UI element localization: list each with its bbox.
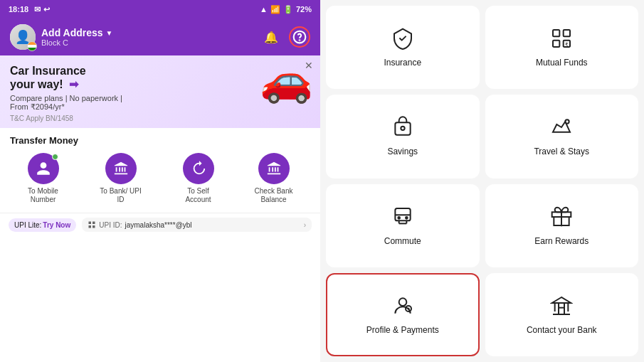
online-status-dot [52, 154, 58, 160]
car-illustration: 🚗 [260, 59, 313, 102]
service-card-insurance[interactable]: Insurance [326, 6, 480, 89]
dropdown-icon: ▼ [106, 29, 113, 37]
transfer-self-label: To SelfAccount [185, 187, 211, 204]
transfer-section: Transfer Money To MobileNumber To Bank/ … [0, 128, 320, 211]
service-card-mutual-funds[interactable]: ₹ Mutual Funds [485, 6, 639, 89]
upi-id-chevron: › [304, 221, 306, 229]
svg-point-17 [398, 298, 406, 306]
wifi-icon: ▲ [260, 5, 268, 14]
svg-rect-7 [564, 30, 570, 36]
contact-bank-label: Contact your Bank [527, 325, 597, 335]
service-card-earn-rewards[interactable]: Earn Rewards [485, 184, 639, 267]
time-display: 18:18 [9, 5, 28, 14]
battery-icon: 🔋 [283, 5, 293, 14]
transfer-to-bank[interactable]: To Bank/ UPI ID [100, 153, 142, 204]
insurance-label: Insurance [384, 58, 421, 68]
transfer-balance-icon [258, 153, 290, 184]
avatar: 👤 [10, 24, 36, 50]
status-bar: 18:18 ✉ ↩ ▲ 📶 🔋 72% [0, 0, 320, 18]
header-user-section[interactable]: 👤 Add Address ▼ Block C [10, 24, 113, 50]
user-name: Add Address ▼ [41, 27, 113, 38]
transfer-grid: To MobileNumber To Bank/ UPI ID To SelfA… [10, 153, 310, 204]
insurance-icon [391, 27, 414, 53]
svg-point-12 [401, 127, 404, 130]
svg-rect-5 [93, 225, 95, 228]
transfer-self[interactable]: To SelfAccount [183, 153, 214, 204]
help-button[interactable] [289, 26, 310, 48]
bottom-bar: UPI Lite: Try Now UPI ID: jaymalaksha***… [0, 213, 320, 236]
travel-icon [550, 116, 573, 142]
service-card-travel[interactable]: Travel & Stays [485, 95, 639, 178]
app-header: 👤 Add Address ▼ Block C 🔔 [0, 18, 320, 55]
transfer-to-mobile[interactable]: To MobileNumber [28, 153, 59, 204]
india-flag-badge [27, 41, 37, 51]
transfer-mobile-label: To MobileNumber [28, 187, 58, 204]
travel-label: Travel & Stays [534, 147, 589, 156]
svg-point-16 [406, 217, 408, 219]
upi-lite-try-now-link[interactable]: Try Now [43, 221, 70, 229]
svg-point-13 [566, 120, 569, 124]
grid-icon [88, 220, 96, 229]
car-insurance-banner[interactable]: ✕ Car Insuranceyour way! ➡ Compare plans… [0, 55, 320, 128]
mutual-funds-label: Mutual Funds [536, 58, 588, 68]
header-title: Add Address ▼ Block C [41, 27, 113, 47]
svg-rect-2 [89, 222, 92, 225]
svg-rect-3 [93, 222, 95, 225]
services-grid: Insurance ₹ Mutual Funds Savings [320, 0, 644, 362]
service-card-profile-payments[interactable]: Profile & Payments [326, 273, 480, 356]
svg-text:₹: ₹ [566, 42, 569, 47]
upi-id-label: UPI ID: [99, 221, 122, 229]
battery-percent: 72% [296, 5, 312, 14]
banner-arrow-icon: ➡ [69, 78, 78, 91]
profile-payments-label: Profile & Payments [366, 325, 439, 335]
left-panel: 18:18 ✉ ↩ ▲ 📶 🔋 72% 👤 Add Address ▼ Bloc… [0, 0, 320, 362]
banner-tnc: T&C Apply BN/1458 [10, 115, 310, 122]
svg-point-15 [398, 217, 400, 219]
call-icon: ↩ [43, 5, 50, 14]
signal-icon: 📶 [270, 5, 280, 14]
earn-rewards-label: Earn Rewards [534, 236, 588, 246]
transfer-mobile-icon [28, 153, 59, 184]
savings-icon [391, 116, 414, 142]
transfer-section-title: Transfer Money [10, 135, 310, 146]
svg-rect-6 [553, 30, 559, 36]
service-card-commute[interactable]: Commute [326, 184, 480, 267]
upi-id-bar[interactable]: UPI ID: jaymalaksha****@ybl › [82, 218, 312, 232]
banner-title: Car Insuranceyour way! ➡ [10, 64, 167, 91]
transfer-bank-label: To Bank/ UPI ID [100, 187, 142, 204]
user-subtitle: Block C [41, 38, 113, 47]
header-actions: 🔔 [260, 26, 310, 48]
svg-rect-4 [89, 225, 92, 228]
mail-icon: ✉ [34, 5, 41, 14]
transfer-self-icon [183, 153, 214, 184]
commute-icon [391, 206, 414, 232]
transfer-check-balance[interactable]: Check BankBalance [255, 153, 293, 204]
upi-lite-section: UPI Lite: Try Now [9, 218, 76, 232]
transfer-bank-icon [105, 153, 137, 184]
mutual-funds-icon: ₹ [550, 27, 573, 53]
svg-rect-19 [559, 308, 564, 314]
upi-lite-label: UPI Lite: [14, 221, 41, 229]
svg-point-1 [300, 40, 300, 41]
service-card-savings[interactable]: Savings [326, 95, 480, 178]
upi-id-value: jaymalaksha****@ybl [125, 221, 192, 229]
savings-label: Savings [387, 147, 418, 156]
profile-payments-icon [391, 294, 414, 321]
status-icons: ▲ 📶 🔋 72% [260, 5, 312, 14]
commute-label: Commute [384, 236, 421, 246]
notification-bell-icon[interactable]: 🔔 [260, 26, 282, 48]
svg-rect-8 [553, 41, 559, 47]
transfer-balance-label: Check BankBalance [255, 187, 293, 204]
status-time: 18:18 ✉ ↩ [9, 5, 50, 14]
svg-rect-11 [395, 123, 410, 135]
earn-rewards-icon [550, 206, 573, 232]
service-card-contact-bank[interactable]: Contact your Bank [485, 273, 639, 356]
contact-bank-icon [550, 294, 573, 321]
